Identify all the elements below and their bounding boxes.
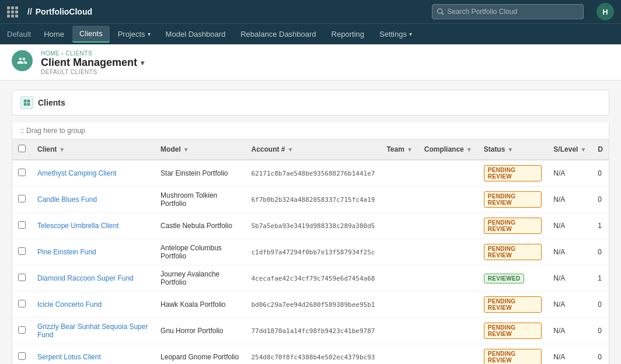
row-account: 4cecafae42c34cf79c7459e6d7454a68 bbox=[245, 265, 381, 292]
client-link[interactable]: Diamond Raccoon Super Fund bbox=[37, 274, 134, 282]
row-checkbox[interactable] bbox=[18, 247, 26, 255]
breadcrumb-home-link[interactable]: HOME bbox=[41, 50, 60, 57]
section-title: Clients bbox=[38, 98, 65, 107]
nav-item-home[interactable]: Home bbox=[37, 26, 71, 42]
row-status: PENDING REVIEW bbox=[478, 318, 548, 344]
row-d: 1 bbox=[592, 265, 609, 292]
row-slevel: N/A bbox=[547, 292, 592, 318]
row-slevel: N/A bbox=[547, 239, 592, 265]
row-team bbox=[381, 318, 418, 344]
grid-menu-icon[interactable] bbox=[7, 6, 18, 18]
row-team bbox=[381, 213, 418, 239]
app-name: PortfolioCloud bbox=[36, 7, 92, 16]
projects-dropdown-icon: ▾ bbox=[148, 31, 151, 37]
row-checkbox[interactable] bbox=[18, 352, 26, 360]
top-bar: // PortfolioCloud H bbox=[0, 0, 621, 23]
breadcrumb-text: HOME › CLIENTS Client Management ▾ DEFAU… bbox=[41, 50, 144, 75]
col-header-slevel[interactable]: S/Level ▼ bbox=[547, 139, 592, 160]
row-client: Grizzly Bear Sunhat Sequoia Super Fund bbox=[32, 318, 155, 344]
select-all-header[interactable] bbox=[12, 139, 32, 160]
row-checkbox[interactable] bbox=[18, 300, 26, 307]
nav-item-rebalance-dashboard[interactable]: Rebalance Dashboard bbox=[233, 26, 323, 42]
row-model: Gnu Horror Portfolio bbox=[155, 318, 245, 344]
table-row: Serpent Lotus Client Leopard Gnome Portf… bbox=[12, 344, 609, 365]
row-d: 0 bbox=[592, 187, 609, 213]
compliance-filter-icon[interactable]: ▼ bbox=[466, 146, 472, 153]
col-header-status[interactable]: Status ▼ bbox=[478, 139, 548, 160]
col-header-team[interactable]: Team ▼ bbox=[381, 139, 418, 160]
row-status: PENDING REVIEW bbox=[478, 344, 548, 365]
search-input[interactable] bbox=[447, 8, 578, 16]
row-checkbox-cell[interactable] bbox=[12, 292, 32, 318]
row-account: c1dfb97a47294f0bb7e13f587934f25c bbox=[245, 239, 381, 265]
team-filter-icon[interactable]: ▼ bbox=[407, 146, 413, 153]
nav-item-clients[interactable]: Clients bbox=[72, 26, 110, 43]
row-compliance bbox=[418, 187, 478, 213]
row-status: PENDING REVIEW bbox=[478, 187, 548, 213]
settings-dropdown-icon: ▾ bbox=[409, 31, 412, 37]
search-bar[interactable] bbox=[432, 4, 584, 19]
col-header-compliance[interactable]: Compliance ▼ bbox=[418, 139, 478, 160]
table-row: Icicle Concerto Fund Hawk Koala Portfoli… bbox=[12, 292, 609, 318]
client-link[interactable]: Pine Einstein Fund bbox=[37, 248, 96, 256]
nav-item-projects[interactable]: Projects ▾ bbox=[111, 26, 158, 42]
row-checkbox[interactable] bbox=[18, 274, 26, 281]
row-d: 0 bbox=[592, 239, 609, 265]
row-checkbox-cell[interactable] bbox=[12, 265, 32, 292]
page-title-dropdown-icon[interactable]: ▾ bbox=[141, 59, 144, 67]
client-link[interactable]: Grizzly Bear Sunhat Sequoia Super Fund bbox=[37, 323, 148, 339]
row-model: Journey Avalanche Portfolio bbox=[155, 265, 245, 292]
section-icon bbox=[20, 96, 33, 109]
row-checkbox-cell[interactable] bbox=[12, 344, 32, 365]
row-account: 77dd1870a1a14fc98fb9423c41be9787 bbox=[245, 318, 381, 344]
col-header-account[interactable]: Account # ▼ bbox=[245, 139, 381, 160]
drag-hint: :: Drag here to group bbox=[12, 123, 609, 139]
row-checkbox-cell[interactable] bbox=[12, 187, 32, 213]
row-checkbox[interactable] bbox=[18, 326, 26, 334]
row-team bbox=[381, 292, 418, 318]
client-link[interactable]: Icicle Concerto Fund bbox=[37, 300, 102, 309]
col-header-client[interactable]: Client ▼ bbox=[32, 139, 155, 160]
slevel-filter-icon[interactable]: ▼ bbox=[580, 146, 586, 153]
table-header-row: Client ▼ Model ▼ Account # ▼ bbox=[12, 139, 609, 160]
row-checkbox-cell[interactable] bbox=[12, 318, 32, 344]
nav-item-settings[interactable]: Settings ▾ bbox=[372, 26, 419, 42]
client-link[interactable]: Serpent Lotus Client bbox=[37, 353, 101, 361]
row-model: Antelope Columbus Portfolio bbox=[155, 239, 245, 265]
row-checkbox-cell[interactable] bbox=[12, 213, 32, 239]
nav-item-reporting[interactable]: Reporting bbox=[325, 26, 371, 42]
select-all-checkbox[interactable] bbox=[18, 145, 26, 152]
row-checkbox-cell[interactable] bbox=[12, 160, 32, 187]
nav-item-model-dashboard[interactable]: Model Dashboard bbox=[159, 26, 233, 42]
row-checkbox[interactable] bbox=[18, 195, 26, 202]
row-checkbox[interactable] bbox=[18, 221, 26, 229]
row-status: PENDING REVIEW bbox=[478, 213, 548, 239]
avatar[interactable]: H bbox=[596, 3, 614, 20]
row-checkbox[interactable] bbox=[18, 169, 26, 176]
table-row: Grizzly Bear Sunhat Sequoia Super Fund G… bbox=[12, 318, 609, 344]
breadcrumb-bar: HOME › CLIENTS Client Management ▾ DEFAU… bbox=[0, 44, 621, 80]
table-row: Telescope Umbrella Client Castle Nebula … bbox=[12, 213, 609, 239]
breadcrumb-clients-link[interactable]: CLIENTS bbox=[65, 50, 92, 57]
row-slevel: N/A bbox=[547, 160, 592, 187]
client-link[interactable]: Candle Blues Fund bbox=[37, 195, 97, 204]
status-filter-icon[interactable]: ▼ bbox=[507, 146, 513, 153]
row-client: Serpent Lotus Client bbox=[32, 344, 155, 365]
client-filter-icon[interactable]: ▼ bbox=[59, 146, 65, 153]
table-row: Amethyst Camping Client Star Einstein Po… bbox=[12, 160, 609, 187]
col-header-model[interactable]: Model ▼ bbox=[155, 139, 245, 160]
col-header-d[interactable]: D bbox=[592, 139, 609, 160]
row-model: Castle Nebula Portfolio bbox=[155, 213, 245, 239]
row-account: 6f7b0b2b324a4882858337c715fc4a19 bbox=[245, 187, 381, 213]
status-badge: PENDING REVIEW bbox=[484, 323, 542, 339]
row-client: Pine Einstein Fund bbox=[32, 239, 155, 265]
row-checkbox-cell[interactable] bbox=[12, 239, 32, 265]
client-link[interactable]: Telescope Umbrella Client bbox=[37, 222, 118, 230]
row-compliance bbox=[418, 239, 478, 265]
row-d: 1 bbox=[592, 213, 609, 239]
account-filter-icon[interactable]: ▼ bbox=[288, 146, 294, 153]
client-link[interactable]: Amethyst Camping Client bbox=[37, 169, 116, 177]
row-slevel: N/A bbox=[547, 318, 592, 344]
table-row: Pine Einstein Fund Antelope Columbus Por… bbox=[12, 239, 609, 265]
model-filter-icon[interactable]: ▼ bbox=[183, 146, 189, 153]
